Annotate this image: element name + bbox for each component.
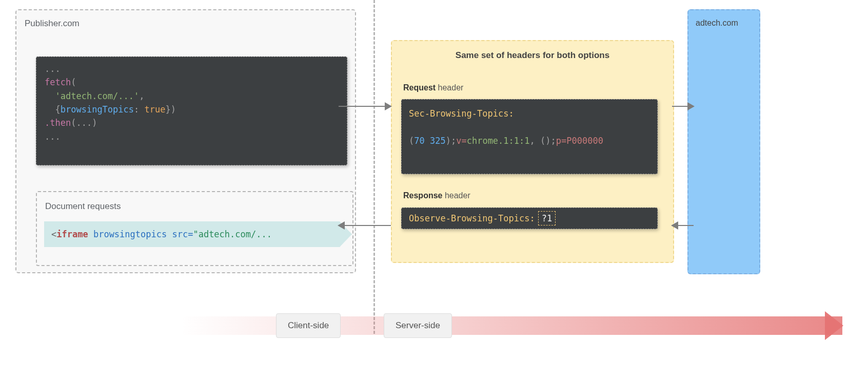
publisher-panel: Publisher.com ... fetch( 'adtech.com/...… bbox=[15, 9, 356, 273]
response-header-code: Observe-Browsing-Topics: ?1 bbox=[401, 208, 658, 229]
code-paren-open: ( bbox=[71, 77, 76, 87]
headers-title: Same set of headers for both options bbox=[392, 50, 673, 61]
arrow-headers-to-adtech bbox=[672, 106, 694, 107]
arrow-fetch-to-headers bbox=[339, 106, 391, 107]
arrow-response-to-publisher bbox=[339, 225, 391, 226]
req-paren2: () bbox=[540, 136, 550, 146]
iframe-src-key: src= bbox=[172, 229, 193, 239]
fetch-code-block: ... fetch( 'adtech.com/...', {browsingTo… bbox=[36, 56, 347, 165]
document-requests-panel: Document requests <iframe browsingtopics… bbox=[36, 191, 353, 266]
req-comma: , bbox=[530, 136, 535, 146]
document-requests-label: Document requests bbox=[45, 201, 121, 212]
publisher-label: Publisher.com bbox=[25, 18, 80, 29]
req-paren1: ( bbox=[409, 136, 414, 146]
code-ellipsis: ... bbox=[45, 64, 61, 74]
headers-panel: Same set of headers for both options Req… bbox=[391, 40, 674, 263]
req-vval: chrome.1:1:1 bbox=[467, 136, 530, 146]
req-pkey: p= bbox=[556, 136, 566, 146]
arrow-adtech-to-headers bbox=[672, 225, 694, 226]
adtech-label: adtech.com bbox=[696, 18, 738, 28]
code-then: .then bbox=[45, 118, 71, 128]
resp-header-name: Observe-Browsing-Topics: bbox=[409, 212, 535, 225]
req-pval: P000000 bbox=[566, 136, 603, 146]
code-paren-close: ) bbox=[171, 104, 176, 115]
code-brace-close: } bbox=[165, 104, 170, 115]
code-then-args: (...) bbox=[71, 118, 97, 128]
req-n1: 70 bbox=[414, 136, 424, 146]
code-opt-key: browsingTopics bbox=[61, 104, 134, 115]
code-url: 'adtech.com/...' bbox=[55, 91, 139, 101]
code-colon: : bbox=[134, 104, 139, 115]
code-brace-open: { bbox=[55, 104, 60, 115]
code-fetch: fetch bbox=[45, 77, 71, 87]
code-ellipsis-2: ... bbox=[45, 131, 61, 142]
req-semi2: ; bbox=[551, 136, 556, 146]
req-header-name: Sec-Browsing-Topics: bbox=[409, 108, 514, 119]
server-side-chip: Server-side bbox=[384, 313, 452, 338]
iframe-chip: <iframe browsingtopics src="adtech.com/.… bbox=[44, 221, 352, 247]
req-vkey: v= bbox=[456, 136, 466, 146]
iframe-tag: iframe bbox=[56, 229, 88, 239]
code-comma: , bbox=[139, 91, 144, 101]
client-server-divider bbox=[373, 0, 375, 334]
req-n2: 325 bbox=[430, 136, 446, 146]
req-semi1: ; bbox=[451, 136, 456, 146]
iframe-attr: browsingtopics bbox=[93, 229, 167, 239]
iframe-lt: < bbox=[51, 229, 56, 239]
adtech-panel: adtech.com bbox=[687, 9, 760, 274]
request-header-code: Sec-Browsing-Topics: (70 325);v=chrome.1… bbox=[401, 99, 658, 174]
iframe-src-val: "adtech.com/... bbox=[193, 229, 272, 239]
req-paren1c: ) bbox=[446, 136, 451, 146]
request-header-label: Request header bbox=[403, 83, 463, 92]
response-header-label: Response header bbox=[403, 191, 470, 200]
client-side-chip: Client-side bbox=[276, 313, 341, 338]
resp-value-box: ?1 bbox=[538, 211, 556, 225]
code-true: true bbox=[145, 104, 166, 115]
